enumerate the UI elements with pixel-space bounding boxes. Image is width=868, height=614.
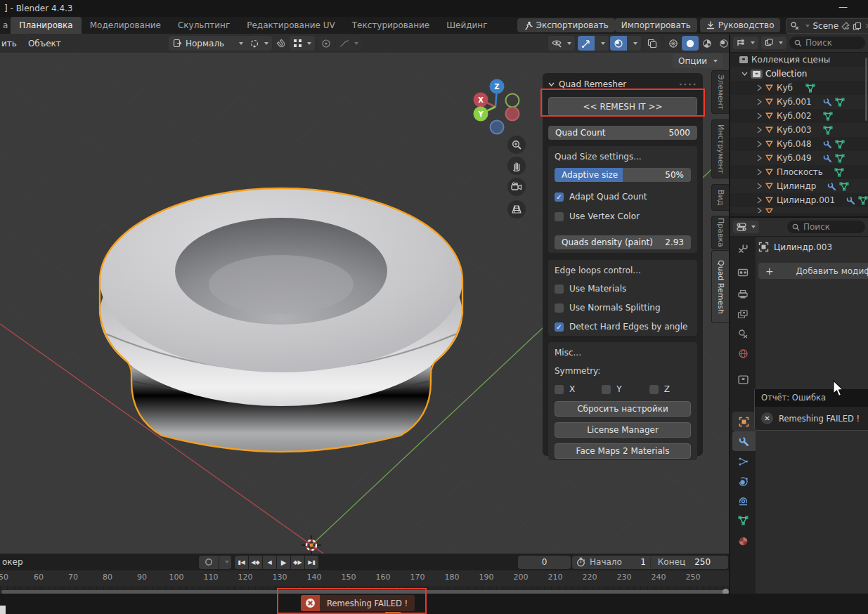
scene-selector[interactable]: Scene ✕ bbox=[786, 18, 868, 34]
checkbox-checked-icon[interactable] bbox=[555, 192, 564, 202]
keying-dropdown[interactable] bbox=[219, 556, 231, 569]
start-frame-value[interactable]: 1 bbox=[626, 557, 646, 567]
symmetry-y-checkbox[interactable]: Y bbox=[602, 384, 643, 394]
current-frame-field[interactable]: 0 bbox=[518, 556, 571, 569]
quads-density-field[interactable]: Quads density (paint) 2.93 bbox=[555, 235, 691, 249]
tab-constraints[interactable] bbox=[730, 491, 756, 511]
shading-solid-button[interactable] bbox=[682, 36, 699, 51]
expand-closed-icon[interactable] bbox=[757, 207, 762, 213]
orthographic-toggle-button[interactable] bbox=[507, 200, 526, 218]
workspace-tab-layout[interactable]: Планировка bbox=[11, 17, 81, 34]
object-menu[interactable]: Объект bbox=[22, 39, 67, 48]
timeline-ruler[interactable]: 5060 7080 90100 110120 130140 150160 170… bbox=[0, 570, 729, 586]
falloff-dropdown[interactable] bbox=[336, 36, 362, 51]
outliner-item-cube049[interactable]: Куб.049 bbox=[730, 151, 868, 165]
tab-particles[interactable] bbox=[730, 452, 756, 471]
license-manager-button[interactable]: License Manager bbox=[555, 422, 691, 438]
manual-button[interactable]: Руководство bbox=[700, 18, 781, 32]
tab-scene[interactable] bbox=[730, 324, 756, 344]
workspace-tab-uv[interactable]: Редактирование UV bbox=[238, 17, 344, 34]
face-maps-button[interactable]: Face Maps 2 Materials bbox=[555, 443, 691, 459]
symmetry-z-checkbox[interactable]: Z bbox=[649, 384, 691, 394]
tab-output[interactable] bbox=[730, 285, 756, 304]
active-object-name[interactable]: Цилиндр.003 bbox=[774, 242, 832, 252]
adaptive-size-slider[interactable]: Adaptive size 50% bbox=[555, 168, 691, 182]
expand-closed-icon[interactable] bbox=[757, 84, 762, 91]
sidebar-tab-view[interactable]: Вид bbox=[711, 184, 729, 211]
axis-neg-y-ball[interactable] bbox=[506, 94, 519, 107]
editor-type-dropdown[interactable] bbox=[733, 37, 758, 49]
tab-object[interactable] bbox=[732, 412, 756, 431]
outliner-item-plane[interactable]: Плоскость bbox=[730, 165, 868, 179]
play-reverse-button[interactable]: ◀ bbox=[263, 556, 276, 569]
use-normals-splitting-checkbox[interactable]: Use Normals Splitting bbox=[555, 303, 691, 313]
tab-object-data[interactable] bbox=[730, 511, 756, 530]
checkbox-unchecked-icon[interactable] bbox=[555, 212, 564, 221]
shading-material-button[interactable] bbox=[699, 36, 715, 51]
outliner-item-cube002[interactable]: Куб.002 bbox=[730, 109, 868, 123]
workspace-tab-fragment[interactable]: а bbox=[0, 17, 11, 34]
axis-neg-x-ball[interactable] bbox=[506, 107, 519, 121]
jump-to-end-button[interactable]: ▶▮ bbox=[305, 556, 318, 569]
outliner-item-cube001[interactable]: Куб.001 bbox=[730, 95, 868, 109]
workspace-tab-shading[interactable]: Шейдинг bbox=[438, 17, 495, 34]
gizmo-dropdown[interactable] bbox=[595, 36, 609, 51]
xray-toggle[interactable] bbox=[644, 36, 661, 51]
camera-view-button[interactable] bbox=[507, 178, 526, 196]
workspace-tab-sculpting[interactable]: Скульптинг bbox=[169, 17, 238, 34]
tab-modifiers[interactable] bbox=[732, 431, 756, 451]
quad-count-field[interactable]: Quad Count 5000 bbox=[548, 126, 697, 140]
sidebar-tab-tool[interactable]: Инструмент bbox=[711, 119, 729, 178]
workspace-tab-modeling[interactable]: Моделирование bbox=[82, 17, 169, 34]
checkbox-checked-icon[interactable] bbox=[555, 322, 564, 332]
outliner-item-cylinder001[interactable]: Цилиндр.001 bbox=[730, 193, 868, 207]
outliner-item-cube[interactable]: Куб bbox=[730, 81, 868, 95]
scene-collection-row[interactable]: Коллекция сцены bbox=[730, 53, 868, 67]
editor-type-dropdown[interactable] bbox=[733, 221, 759, 233]
workspace-tab-texture[interactable]: Текстурирование bbox=[344, 17, 438, 34]
shading-wireframe-button[interactable] bbox=[665, 36, 682, 51]
play-button[interactable]: ▶ bbox=[277, 556, 290, 569]
report-message-row[interactable]: ✕ Remeshing FAILED ! bbox=[755, 407, 868, 430]
expand-open-icon[interactable] bbox=[741, 72, 748, 76]
tab-physics[interactable] bbox=[730, 471, 756, 491]
zoom-button[interactable] bbox=[507, 136, 526, 154]
filter-dropdown[interactable] bbox=[761, 37, 786, 49]
options-dropdown[interactable]: Опции bbox=[673, 53, 723, 68]
expand-closed-icon[interactable] bbox=[757, 98, 762, 105]
menu-fragment[interactable]: ить bbox=[0, 39, 22, 48]
reset-settings-button[interactable]: Сбросить настройки bbox=[555, 401, 691, 417]
checkbox-unchecked-icon[interactable] bbox=[555, 285, 564, 294]
axis-neg-z-ball[interactable] bbox=[491, 121, 504, 134]
add-modifier-button[interactable]: + Добавить модифи bbox=[758, 263, 868, 279]
use-materials-checkbox[interactable]: Use Materials bbox=[555, 284, 691, 294]
tab-view-layer[interactable] bbox=[730, 304, 756, 324]
tab-world[interactable] bbox=[730, 344, 756, 363]
snap-settings-dropdown[interactable] bbox=[290, 36, 315, 51]
expand-closed-icon[interactable] bbox=[757, 169, 762, 176]
outliner-item-partial[interactable] bbox=[730, 207, 868, 213]
expand-closed-icon[interactable] bbox=[757, 183, 762, 190]
properties-search-input[interactable]: Поиск bbox=[787, 221, 865, 233]
expand-closed-icon[interactable] bbox=[757, 112, 762, 119]
copy-icon[interactable] bbox=[853, 22, 862, 31]
use-vertex-color-checkbox[interactable]: Use Vertex Color bbox=[555, 211, 691, 221]
expand-closed-icon[interactable] bbox=[757, 197, 762, 204]
next-keyframe-button[interactable]: ◆▶ bbox=[291, 556, 304, 569]
marker-menu-fragment[interactable]: окер bbox=[0, 557, 23, 567]
sidebar-tab-edit[interactable]: Правка bbox=[711, 216, 729, 249]
collection-row[interactable]: Collection bbox=[730, 67, 868, 81]
end-frame-value[interactable]: 250 bbox=[689, 557, 711, 567]
checkbox-unchecked-icon[interactable] bbox=[555, 303, 564, 313]
export-button[interactable]: Экспортировать bbox=[517, 18, 615, 32]
tab-tool[interactable] bbox=[730, 239, 756, 259]
import-button[interactable]: Импортировать bbox=[615, 18, 697, 32]
navigation-gizmo[interactable]: Z X Y bbox=[464, 70, 534, 141]
outliner-scrollbar[interactable] bbox=[865, 58, 867, 121]
expand-closed-icon[interactable] bbox=[757, 126, 762, 133]
adapt-quad-count-checkbox[interactable]: Adapt Quad Count bbox=[555, 192, 691, 202]
status-error-toast[interactable]: Remeshing FAILED ! bbox=[301, 595, 415, 611]
proportional-editing-toggle[interactable] bbox=[318, 36, 335, 51]
transform-orientation-dropdown[interactable]: Нормаль bbox=[169, 36, 247, 51]
checkbox-unchecked-icon[interactable] bbox=[602, 385, 611, 394]
